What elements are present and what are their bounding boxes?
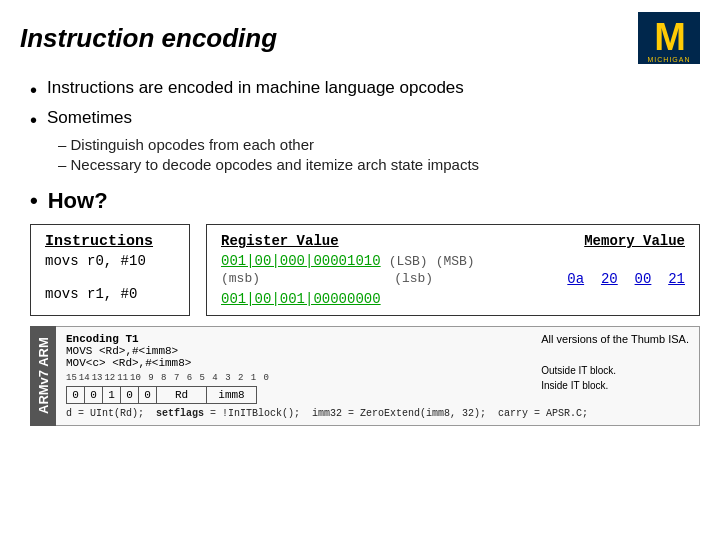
arm-left-col: Encoding T1 MOVS <Rd>,#<imm8> MOV<c> <Rd…: [66, 333, 269, 404]
mem-val-00: 00: [635, 271, 652, 287]
arm-content-box: Encoding T1 MOVS <Rd>,#<imm8> MOV<c> <Rd…: [56, 326, 700, 426]
arm-outside: Outside IT block.: [541, 363, 689, 378]
arm-bit-1: 0: [85, 387, 103, 404]
svg-text:MICHIGAN: MICHIGAN: [648, 56, 691, 63]
bullet-text-1: Instructions are encoded in machine lang…: [47, 78, 464, 98]
reg-row1-value: 001|00|000|00001010: [221, 253, 381, 269]
reg-row1-lsb: (LSB): [389, 254, 428, 269]
reg-row1-msb: (MSB): [436, 254, 475, 269]
arm-rd-field: Rd: [157, 387, 207, 404]
arm-encoding-title: Encoding T1: [66, 333, 269, 345]
how-label: • How?: [30, 188, 700, 214]
arm-top-row: Encoding T1 MOVS <Rd>,#<imm8> MOV<c> <Rd…: [66, 333, 689, 404]
arm-all-versions: All versions of the Thumb ISA.: [541, 333, 689, 345]
how-section: • How? Instructions movs r0, #10 movs r1…: [20, 188, 700, 426]
sub-bullet-1: Distinguish opcodes from each other: [58, 136, 479, 153]
reg-row1: 001|00|000|00001010 (LSB) (MSB): [221, 253, 685, 269]
how-bullet-dot: •: [30, 188, 38, 214]
reg-col1-header: Register Value: [221, 233, 339, 249]
arm-outside-inside: Outside IT block. Inside IT block.: [541, 363, 689, 393]
register-box: Register Value Memory Value 001|00|000|0…: [206, 224, 700, 316]
arm-section: ARMv7 ARM Encoding T1 MOVS <Rd>,#<imm8> …: [30, 326, 700, 426]
mem-val-21: 21: [668, 271, 685, 287]
reg-header-row: Register Value Memory Value: [221, 233, 685, 249]
bullet-text-2: Sometimes: [47, 108, 132, 128]
how-text: How?: [48, 188, 108, 214]
arm-inside: Inside IT block.: [541, 378, 689, 393]
header: Instruction encoding M MICHIGAN: [20, 12, 700, 64]
arm-bit-4: 0: [139, 387, 157, 404]
mem-val-0a: 0a: [567, 271, 584, 287]
bullet-item-1: • Instructions are encoded in machine la…: [30, 78, 700, 102]
reg-row2: (msb) (lsb) 0a 20 00 21: [221, 271, 685, 287]
instructions-header: Instructions: [45, 233, 175, 250]
arm-bit-headers: 151413121110 9 8 7 6 5 4 3 2 1 0: [66, 373, 269, 383]
sub-bullet-list: Distinguish opcodes from each other Nece…: [30, 136, 479, 176]
arm-code-line1: MOVS <Rd>,#<imm8>: [66, 345, 269, 357]
arm-encoding-table: 0 0 1 0 0 Rd imm8: [66, 386, 257, 404]
page-title: Instruction encoding: [20, 23, 277, 54]
arm-label: ARMv7 ARM: [30, 326, 56, 426]
reg-col2-header: Memory Value: [584, 233, 685, 249]
arm-bit-0: 0: [67, 387, 85, 404]
arm-formula: d = UInt(Rd); setflags = !InITBlock(); i…: [66, 408, 689, 419]
reg-msb-label: (msb): [221, 271, 260, 287]
mem-values: 0a 20 00 21: [567, 271, 685, 287]
arm-bit-3: 0: [121, 387, 139, 404]
bullet-dot-2: •: [30, 108, 37, 132]
reg-lsb-label: (lsb): [394, 271, 433, 287]
reg-row3: 001|00|001|00000000: [221, 291, 685, 307]
arm-bit-2: 1: [103, 387, 121, 404]
reg-row3-value: 001|00|001|00000000: [221, 291, 381, 307]
mem-val-20: 20: [601, 271, 618, 287]
arm-table-row: 0 0 1 0 0 Rd imm8: [67, 387, 257, 404]
content-boxes: Instructions movs r0, #10 movs r1, #0 Re…: [30, 224, 700, 316]
slide: Instruction encoding M MICHIGAN • Instru…: [0, 0, 720, 540]
instructions-line1: movs r0, #10: [45, 253, 175, 269]
svg-text:M: M: [654, 16, 684, 58]
arm-code-line2: MOV<c> <Rd>,#<imm8>: [66, 357, 269, 369]
arm-right-col: All versions of the Thumb ISA. Outside I…: [541, 333, 689, 404]
bullet-dot-1: •: [30, 78, 37, 102]
arm-imm8-field: imm8: [207, 387, 257, 404]
arm-code-lines: MOVS <Rd>,#<imm8> MOV<c> <Rd>,#<imm8>: [66, 345, 269, 369]
instructions-box: Instructions movs r0, #10 movs r1, #0: [30, 224, 190, 316]
michigan-logo: M MICHIGAN: [638, 12, 700, 64]
arm-setflags: setflags: [156, 408, 204, 419]
bullet-item-2: • Sometimes Distinguish opcodes from eac…: [30, 108, 700, 182]
main-bullet-list: • Instructions are encoded in machine la…: [20, 78, 700, 182]
sub-bullet-2: Necessary to decode opcodes and itemize …: [58, 156, 479, 173]
instructions-line2: movs r1, #0: [45, 286, 175, 302]
